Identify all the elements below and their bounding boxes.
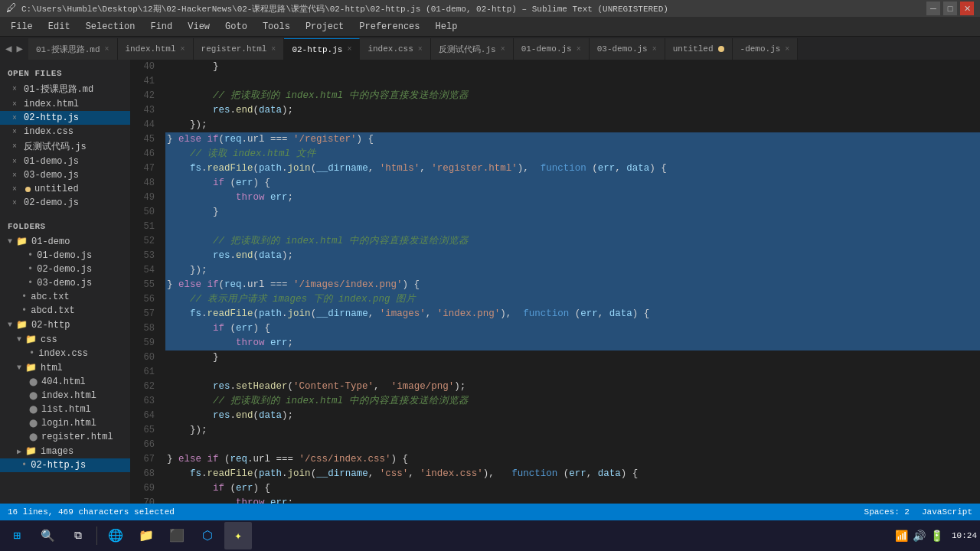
menu-item-tools[interactable]: Tools: [255, 19, 298, 34]
line-num-68: 68: [130, 467, 155, 481]
code-line-41: [165, 74, 980, 89]
main-content: OPEN FILES ×01-授课思路.md×index.html×02-htt…: [0, 60, 980, 504]
search-button[interactable]: 🔍: [34, 522, 61, 549]
menu-item-view[interactable]: View: [180, 19, 217, 34]
tab-tab6[interactable]: 反测试代码.js×: [431, 38, 514, 60]
sidebar-item-01-demo-js[interactable]: • 01-demo.js: [6, 249, 130, 262]
open-file-01-demo-js[interactable]: ×01-demo.js: [0, 155, 130, 168]
code-line-68: fs.readFile(path.join(__dirname, 'css', …: [165, 467, 980, 481]
tab-tab4[interactable]: 02-http.js×: [284, 38, 360, 60]
open-file-index-css[interactable]: ×index.css: [0, 125, 130, 139]
sidebar-item-login-html[interactable]: ⬤ login.html: [0, 416, 130, 430]
sidebar-item-404-html[interactable]: ⬤ 404.html: [0, 375, 130, 389]
tab-tab10[interactable]: -demo.js×: [733, 38, 799, 60]
tab-tab8[interactable]: 03-demo.js×: [590, 38, 665, 60]
code-line-42: // 把读取到的 index.html 中的内容直接发送给浏览器: [165, 89, 980, 103]
tab-prev-arrow[interactable]: ◀: [3, 42, 14, 55]
line-num-60: 60: [130, 350, 155, 365]
chevron-down-icon: ▼: [17, 364, 21, 372]
tab-close-tab6[interactable]: ×: [501, 45, 505, 54]
tab-close-tab3[interactable]: ×: [271, 45, 276, 54]
vscode-button[interactable]: ⬡: [194, 522, 221, 549]
close-icon[interactable]: ×: [12, 171, 17, 180]
line-num-42: 42: [130, 89, 155, 103]
menu-item-edit[interactable]: Edit: [41, 19, 78, 34]
code-editor[interactable]: } // 把读取到的 index.html 中的内容直接发送给浏览器 res.e…: [162, 60, 980, 504]
sidebar-item-03-demo-js[interactable]: • 03-demo.js: [6, 276, 130, 290]
close-icon[interactable]: ×: [12, 142, 17, 151]
menu-item-project[interactable]: Project: [298, 19, 351, 34]
code-container[interactable]: 4041424344454647484950515253545556575859…: [130, 60, 980, 504]
tab-close-tab5[interactable]: ×: [418, 45, 423, 54]
sidebar-item-index-html[interactable]: ⬤ index.html: [0, 389, 130, 403]
open-file-02-demo-js[interactable]: ×02-demo.js: [0, 196, 130, 210]
tab-tab7[interactable]: 01-demo.js×: [514, 38, 590, 60]
menu-item-preferences[interactable]: Preferences: [351, 19, 427, 34]
taskbar-left: ⊞ 🔍 ⧉ 🌐 📁 ⬛ ⬡ ✦: [3, 522, 252, 549]
folder-button[interactable]: 📁: [132, 522, 160, 549]
sidebar: OPEN FILES ×01-授课思路.md×index.html×02-htt…: [0, 60, 130, 504]
close-icon[interactable]: ×: [12, 199, 17, 207]
close-icon[interactable]: ×: [12, 100, 17, 109]
terminal-button[interactable]: ⬛: [163, 522, 191, 549]
tab-close-tab10[interactable]: ×: [785, 45, 789, 54]
close-icon[interactable]: ×: [12, 114, 17, 122]
line-num-69: 69: [130, 481, 155, 496]
sidebar-item-abcd-txt[interactable]: • abcd.txt: [0, 304, 130, 318]
chevron-down-icon: ▼: [17, 335, 21, 344]
tab-close-tab2[interactable]: ×: [181, 45, 185, 54]
line-num-61: 61: [130, 365, 155, 380]
menu-item-selection[interactable]: Selection: [78, 19, 143, 34]
folder-css[interactable]: ▼ 📁 css: [0, 332, 130, 347]
maximize-button[interactable]: □: [943, 2, 957, 15]
open-file-03-demo-js[interactable]: ×03-demo.js: [0, 168, 130, 182]
sidebar-item-02-demo-js[interactable]: • 02-demo.js: [6, 262, 130, 276]
menu-item-file[interactable]: File: [3, 19, 41, 34]
folder-images[interactable]: ▶ 📁 images: [0, 444, 130, 458]
tab-next-arrow[interactable]: ▶: [14, 42, 24, 55]
menu-item-find[interactable]: Find: [142, 19, 180, 34]
menu-bar: FileEditSelectionFindViewGotoToolsProjec…: [0, 17, 980, 37]
tab-close-tab8[interactable]: ×: [652, 45, 657, 54]
sidebar-item-register-html[interactable]: ⬤ register.html: [0, 430, 130, 444]
task-view-button[interactable]: ⧉: [64, 522, 92, 549]
tab-close-tab1[interactable]: ×: [104, 45, 109, 54]
open-file-01------md[interactable]: ×01-授课思路.md: [0, 81, 130, 97]
edge-button[interactable]: 🌐: [102, 522, 129, 549]
sidebar-item-abc-txt[interactable]: • abc.txt: [0, 290, 130, 304]
tab-tab2[interactable]: index.html×: [118, 38, 194, 60]
tab-label-tab8: 03-demo.js: [597, 44, 648, 54]
tab-close-tab4[interactable]: ×: [347, 45, 351, 54]
sidebar-item-list-html[interactable]: ⬤ list.html: [0, 403, 130, 416]
close-icon[interactable]: ×: [12, 185, 17, 194]
open-file-------js[interactable]: ×反测试代码.js: [0, 139, 130, 155]
menu-item-help[interactable]: Help: [428, 19, 466, 34]
minimize-button[interactable]: ─: [926, 2, 940, 15]
sidebar-item-index-css[interactable]: • index.css: [0, 347, 130, 360]
open-file-untitled[interactable]: × untitled: [0, 182, 130, 196]
tab-tab1[interactable]: 01-授课思路.md×: [28, 38, 118, 60]
open-file-02-http-js[interactable]: ×02-http.js: [0, 111, 130, 125]
menu-item-goto[interactable]: Goto: [217, 19, 255, 34]
tab-tab9[interactable]: untitled: [665, 38, 733, 60]
folder-01-demo[interactable]: ▼ 📁 01-demo: [0, 234, 130, 249]
close-button[interactable]: ✕: [960, 2, 974, 15]
folder-html[interactable]: ▼ 📁 html: [0, 360, 130, 375]
tab-close-tab7[interactable]: ×: [577, 45, 581, 54]
sidebar-item-02-http-js[interactable]: • 02-http.js: [0, 458, 130, 472]
file-icon: ⬤: [29, 432, 38, 442]
line-num-54: 54: [130, 263, 155, 278]
close-icon[interactable]: ×: [12, 158, 17, 166]
close-icon[interactable]: ×: [12, 85, 17, 93]
search-icon: 🔍: [41, 529, 55, 543]
tab-tab3[interactable]: register.html×: [194, 38, 285, 60]
file-icon: ⬤: [29, 391, 38, 400]
close-icon[interactable]: ×: [12, 128, 17, 136]
sublime-button[interactable]: ✦: [224, 522, 252, 549]
folder-02-http[interactable]: ▼ 📁 02-http: [0, 318, 130, 332]
start-button[interactable]: ⊞: [3, 522, 31, 549]
folder-icon: 📁: [16, 319, 28, 331]
open-file-index-html[interactable]: ×index.html: [0, 97, 130, 111]
file-icon: •: [28, 264, 33, 275]
tab-tab5[interactable]: index.css×: [360, 38, 430, 60]
